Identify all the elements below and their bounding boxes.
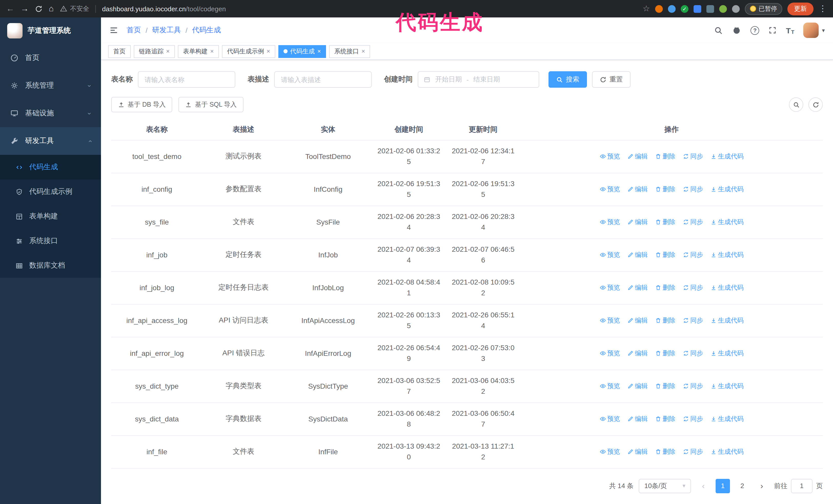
edit-link[interactable]: 编辑 <box>627 250 648 259</box>
edit-link[interactable]: 编辑 <box>627 447 648 456</box>
table-row[interactable]: inf_config 参数配置表 InfConfig 2021-02-06 19… <box>111 173 823 206</box>
security-indicator[interactable]: 不安全 <box>60 4 89 13</box>
bookmark-star-icon[interactable]: ☆ <box>643 5 650 13</box>
preview-link[interactable]: 预览 <box>599 382 620 390</box>
page-size-select[interactable]: 10条/页 ▾ <box>639 479 691 493</box>
refresh-table-button[interactable] <box>808 97 823 112</box>
tab-tracing[interactable]: 链路追踪× <box>134 45 175 58</box>
overflow-menu-icon[interactable]: ⋮ <box>819 5 827 13</box>
generate-code-link[interactable]: 生成代码 <box>710 414 743 423</box>
address-bar[interactable]: dashboard.yudao.iocoder.cn/tool/codegen <box>102 5 226 13</box>
sync-link[interactable]: 同步 <box>683 349 703 358</box>
col-created[interactable]: 创建时间 <box>372 119 446 140</box>
sidebar-item-form-builder[interactable]: 表单构建 <box>0 204 101 229</box>
reset-button[interactable]: 重置 <box>592 71 630 88</box>
help-icon[interactable]: ? <box>751 26 759 34</box>
preview-link[interactable]: 预览 <box>599 185 620 194</box>
edit-link[interactable]: 编辑 <box>627 316 648 325</box>
tab-codegen-example[interactable]: 代码生成示例× <box>222 45 275 58</box>
delete-link[interactable]: 删除 <box>655 447 675 456</box>
close-icon[interactable]: × <box>166 48 170 55</box>
table-row[interactable]: sys_file 文件表 SysFile 2021-02-06 20:28:34… <box>111 206 823 238</box>
generate-code-link[interactable]: 生成代码 <box>710 316 743 325</box>
back-icon[interactable]: ← <box>6 5 14 13</box>
preview-link[interactable]: 预览 <box>599 218 620 226</box>
extension-check-icon[interactable]: ✓ <box>681 5 688 13</box>
generate-code-link[interactable]: 生成代码 <box>710 250 743 259</box>
search-button[interactable]: 搜索 <box>548 71 587 88</box>
sidebar-item-db-docs[interactable]: 数据库文档 <box>0 253 101 278</box>
page-button-2[interactable]: 2 <box>735 479 749 493</box>
table-row[interactable]: sys_dict_data 字典数据表 SysDictData 2021-03-… <box>111 403 823 435</box>
preview-link[interactable]: 预览 <box>599 316 620 325</box>
delete-link[interactable]: 删除 <box>655 218 675 226</box>
generate-code-link[interactable]: 生成代码 <box>710 382 743 390</box>
sync-link[interactable]: 同步 <box>683 414 703 423</box>
table-name-input[interactable] <box>138 71 235 88</box>
sidebar-item-codegen[interactable]: 代码生成 <box>0 155 101 179</box>
date-range-picker[interactable]: 开始日期 - 结束日期 <box>418 71 539 88</box>
search-icon[interactable] <box>714 26 723 34</box>
generate-code-link[interactable]: 生成代码 <box>710 447 743 456</box>
generate-code-link[interactable]: 生成代码 <box>710 349 743 358</box>
user-menu[interactable]: ▾ <box>804 23 825 38</box>
sidebar-item-devtools[interactable]: 研发工具 › <box>0 127 101 155</box>
close-icon[interactable]: × <box>361 48 365 55</box>
table-row[interactable]: inf_job_log 定时任务日志表 InfJobLog 2021-02-08… <box>111 271 823 304</box>
delete-link[interactable]: 删除 <box>655 283 675 292</box>
sidebar-item-codegen-example[interactable]: 代码生成示例 <box>0 179 101 204</box>
paused-badge[interactable]: 已暂停 <box>745 3 782 15</box>
tab-system-api[interactable]: 系统接口× <box>329 45 370 58</box>
delete-link[interactable]: 删除 <box>655 349 675 358</box>
breadcrumb-devtools[interactable]: 研发工具 <box>152 26 181 35</box>
close-icon[interactable]: × <box>266 48 270 55</box>
table-row[interactable]: inf_api_access_log API 访问日志表 InfApiAcces… <box>111 304 823 337</box>
close-icon[interactable]: × <box>210 48 214 55</box>
edit-link[interactable]: 编辑 <box>627 283 648 292</box>
col-entity[interactable]: 实体 <box>285 119 372 140</box>
tab-home[interactable]: 首页 <box>108 45 131 58</box>
sync-link[interactable]: 同步 <box>683 218 703 226</box>
browser-update-button[interactable]: 更新 <box>787 2 813 15</box>
col-table-desc[interactable]: 表描述 <box>203 119 285 140</box>
table-row[interactable]: tool_test_demo 测试示例表 ToolTestDemo 2021-0… <box>111 140 823 173</box>
table-desc-input[interactable] <box>274 71 372 88</box>
preview-link[interactable]: 预览 <box>599 250 620 259</box>
next-page-button[interactable]: › <box>755 479 769 493</box>
edit-link[interactable]: 编辑 <box>627 152 648 161</box>
close-icon[interactable]: × <box>317 48 321 55</box>
sync-link[interactable]: 同步 <box>683 283 703 292</box>
extension-drop-icon[interactable] <box>668 5 675 13</box>
edit-link[interactable]: 编辑 <box>627 382 648 390</box>
font-size-icon[interactable]: TT <box>786 26 794 34</box>
table-row[interactable]: sys_dict_type 字典类型表 SysDictType 2021-03-… <box>111 370 823 403</box>
preview-link[interactable]: 预览 <box>599 414 620 423</box>
sidebar-item-home[interactable]: 首页 <box>0 44 101 72</box>
toggle-search-button[interactable] <box>789 97 803 112</box>
github-icon[interactable] <box>732 26 741 35</box>
extension-puzzle-icon[interactable] <box>732 5 740 13</box>
sync-link[interactable]: 同步 <box>683 250 703 259</box>
edit-link[interactable]: 编辑 <box>627 349 648 358</box>
preview-link[interactable]: 预览 <box>599 152 620 161</box>
prev-page-button[interactable]: ‹ <box>696 479 711 493</box>
generate-code-link[interactable]: 生成代码 <box>710 185 743 194</box>
generate-code-link[interactable]: 生成代码 <box>710 283 743 292</box>
goto-page-input[interactable] <box>791 479 812 493</box>
col-updated[interactable]: 更新时间 <box>446 119 520 140</box>
generate-code-link[interactable]: 生成代码 <box>710 218 743 226</box>
col-table-name[interactable]: 表名称 <box>111 119 203 140</box>
sync-link[interactable]: 同步 <box>683 447 703 456</box>
sidebar-item-system[interactable]: 系统管理 › <box>0 72 101 99</box>
table-row[interactable]: inf_file 文件表 InfFile 2021-03-13 09:43:20… <box>111 435 823 468</box>
edit-link[interactable]: 编辑 <box>627 414 648 423</box>
import-sql-button[interactable]: 基于 SQL 导入 <box>178 97 243 112</box>
delete-link[interactable]: 删除 <box>655 250 675 259</box>
delete-link[interactable]: 删除 <box>655 414 675 423</box>
home-icon[interactable]: ⌂ <box>49 5 53 13</box>
extension-fox-icon[interactable] <box>655 5 663 13</box>
sidebar-logo[interactable]: 芋道管理系统 <box>0 18 101 44</box>
sidebar-item-system-api[interactable]: 系统接口 <box>0 229 101 253</box>
fullscreen-icon[interactable] <box>768 26 777 34</box>
table-row[interactable]: inf_job 定时任务表 InfJob 2021-02-07 06:39:34… <box>111 238 823 271</box>
